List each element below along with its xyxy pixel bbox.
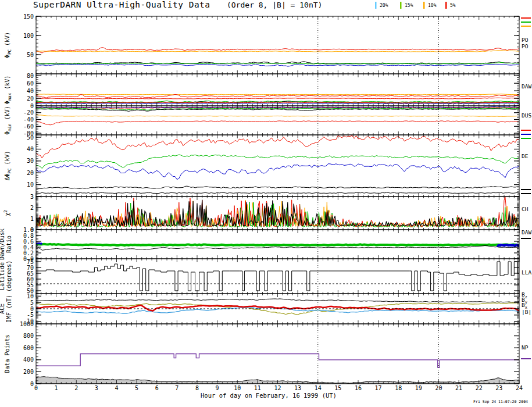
series-ratio-blue-end bbox=[497, 245, 519, 246]
x-tick-label: 23 bbox=[495, 385, 502, 391]
y-tick-label: -40 bbox=[23, 116, 34, 123]
y-axis-label: ΦPC (kV) bbox=[4, 32, 12, 58]
x-tick-label: 12 bbox=[274, 385, 281, 391]
x-tick-label: 4 bbox=[115, 385, 118, 391]
y-tick-label: 0.6 bbox=[23, 238, 34, 245]
x-tick-label: 14 bbox=[315, 385, 322, 391]
x-tick-label: 16 bbox=[355, 385, 362, 391]
superdarn-chart: SuperDARN Ultra-High-Quality Data (Order… bbox=[0, 0, 532, 407]
x-tick-label: 22 bbox=[476, 385, 483, 391]
legend-item-15: 15% bbox=[400, 2, 413, 9]
legend-swatch-15-icon bbox=[400, 2, 402, 9]
chart-panels: 50100150ΦPC (kV)020406080Φmax (kV)-20-40… bbox=[0, 13, 531, 392]
y-tick-label: -20 bbox=[23, 109, 34, 116]
x-tick-label: 7 bbox=[175, 385, 178, 391]
panel-ace-imf: -10-50510ACEIMF (nT) bbox=[0, 293, 519, 324]
x-axis-title: Hour of day on February, 16 1999 (UT) bbox=[201, 392, 337, 399]
x-tick-label: 24 bbox=[516, 385, 523, 391]
y-tick-label: 65 bbox=[27, 270, 34, 277]
y-tick-label: 60 bbox=[27, 276, 34, 283]
x-tick-label: 8 bbox=[195, 385, 199, 391]
series-dphi-red bbox=[36, 135, 519, 158]
series-chi-black bbox=[36, 200, 519, 226]
x-tick-label: 13 bbox=[294, 385, 301, 391]
series-dphi-black-upper bbox=[36, 186, 519, 188]
panel-phi-pc: 50100150ΦPC (kV) bbox=[4, 13, 519, 74]
legend-swatch-10-icon bbox=[423, 2, 425, 9]
x-tick-label: 5 bbox=[135, 385, 138, 391]
right-series-label: DAW bbox=[522, 229, 531, 235]
x-tick-label: 1 bbox=[55, 385, 58, 391]
x-tick-label: 17 bbox=[375, 385, 382, 391]
right-series-label: DAW bbox=[522, 83, 531, 90]
series-np-purple bbox=[36, 354, 519, 368]
y-tick-label: 0.4 bbox=[23, 244, 34, 251]
legend-item-10: 10% bbox=[423, 2, 437, 9]
right-series-label: CH bbox=[522, 206, 529, 212]
right-series-label: |B| bbox=[522, 309, 531, 315]
x-tick-label: 18 bbox=[395, 385, 402, 391]
x-tick-label: 11 bbox=[254, 385, 261, 391]
y-axis-label: (degrees) bbox=[6, 260, 12, 292]
series-ratio-blue-start bbox=[36, 243, 42, 244]
panel-frame bbox=[36, 74, 519, 106]
y-tick-label: 10 bbox=[27, 293, 34, 299]
y-tick-label: 0 bbox=[30, 381, 34, 387]
x-tick-label: 10 bbox=[234, 385, 241, 391]
y-axis-label: Φmax (kV) bbox=[4, 76, 12, 105]
y-axis-label: ΔΦPC (kV) bbox=[4, 151, 12, 180]
y-axis-label: IMF (nT) bbox=[6, 295, 12, 323]
y-axis-label: Dawn/Dusk bbox=[0, 229, 5, 260]
legend-swatch-20-icon bbox=[375, 2, 377, 9]
y-tick-label: 50 bbox=[27, 52, 34, 58]
y-tick-label: 5 bbox=[30, 299, 34, 306]
panel-phi-min: -20-40-60-80Φmin (kV) bbox=[4, 106, 519, 137]
series-dusk-red-low bbox=[36, 121, 519, 125]
x-tick-label: 15 bbox=[334, 385, 341, 391]
y-tick-label: 1000 bbox=[20, 321, 34, 327]
y-tick-label: -5 bbox=[27, 312, 34, 318]
panel-delta-phi-pc: 1020304050ΔΦPC (kV) bbox=[4, 134, 519, 197]
y-tick-label: 600 bbox=[23, 345, 34, 351]
right-series-label: NP bbox=[522, 344, 529, 351]
x-tick-label: 20 bbox=[435, 385, 442, 391]
y-tick-label: 80 bbox=[27, 73, 34, 79]
series-dphi-blue bbox=[36, 164, 519, 180]
y-axis-label: Ratio bbox=[6, 235, 12, 253]
y-axis-label: Data Points bbox=[4, 334, 10, 373]
series-lat-step bbox=[36, 262, 519, 291]
x-tick-label: 21 bbox=[455, 385, 462, 391]
x-tick-label: 9 bbox=[216, 385, 219, 391]
y-tick-label: 0.8 bbox=[23, 233, 34, 239]
x-tick-label: 3 bbox=[95, 385, 98, 391]
y-tick-label: 10 bbox=[27, 181, 34, 188]
y-tick-label: 2 bbox=[30, 205, 34, 211]
y-axis-label: χ2 bbox=[3, 210, 10, 216]
right-series-label: PO bbox=[522, 43, 529, 49]
legend-item-5: 5% bbox=[445, 2, 456, 9]
y-tick-label: 3 bbox=[30, 194, 34, 200]
legend-label-10: 10% bbox=[428, 3, 437, 8]
y-tick-label: -60 bbox=[23, 123, 34, 130]
series-dphi-green bbox=[36, 155, 519, 169]
x-tick-label: 6 bbox=[155, 385, 159, 391]
y-tick-label: 20 bbox=[27, 95, 34, 102]
series-ratio-green-band bbox=[36, 244, 519, 246]
panel-chi-squared: 0123χ2 bbox=[3, 194, 519, 233]
right-series-label: DUS bbox=[522, 112, 531, 119]
right-series-label: LLA bbox=[522, 269, 531, 276]
legend-swatch-5-icon bbox=[445, 2, 447, 9]
y-tick-label: 30 bbox=[27, 158, 34, 164]
y-axis-label: Latitude bbox=[0, 262, 5, 290]
series-dawn-red1 bbox=[36, 94, 519, 98]
legend-label-5: 5% bbox=[450, 3, 456, 8]
y-tick-label: 1 bbox=[30, 216, 34, 222]
y-axis-label: ACE bbox=[0, 304, 5, 314]
quality-legend: 20% 15% 10% 5% bbox=[375, 2, 456, 9]
y-tick-label: 800 bbox=[23, 333, 34, 339]
legend-item-20: 20% bbox=[375, 2, 388, 9]
x-tick-label: 0 bbox=[34, 385, 38, 391]
right-series-label: DE bbox=[522, 153, 529, 159]
series-ratio-black bbox=[36, 246, 519, 251]
timestamp: Fri Sep 24 11:07:20 2004 bbox=[473, 399, 528, 404]
